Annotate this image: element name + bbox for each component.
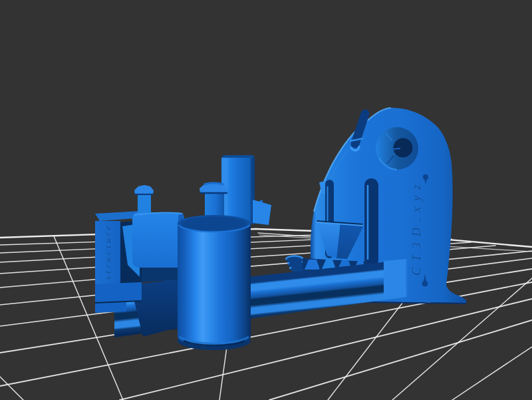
model-cylinder [178,215,251,350]
arch-slot-right [364,178,378,267]
rail-right-endcap [384,259,407,298]
model-label-structure: structure [104,226,113,280]
arch-through-hole [394,138,413,158]
render-canvas[interactable]: remove [0,0,532,400]
viewport-3d[interactable]: remove [0,0,532,400]
model-label-brand: CT3D.xyz [410,184,424,276]
